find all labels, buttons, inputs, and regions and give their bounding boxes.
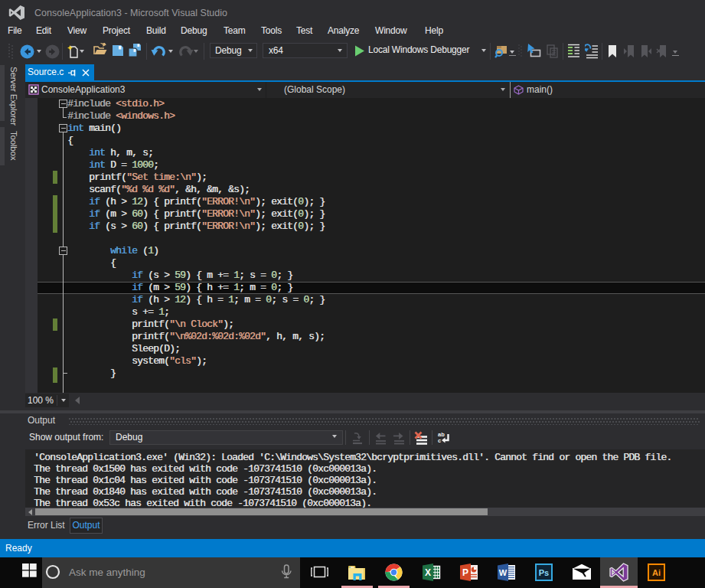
svg-text:W: W [499, 568, 508, 577]
svg-text:P: P [462, 567, 468, 578]
svg-text:Ai: Ai [652, 568, 661, 577]
svg-text:c: c [438, 437, 441, 444]
svg-text:Ps: Ps [539, 568, 549, 577]
svg-text:X: X [425, 567, 431, 578]
